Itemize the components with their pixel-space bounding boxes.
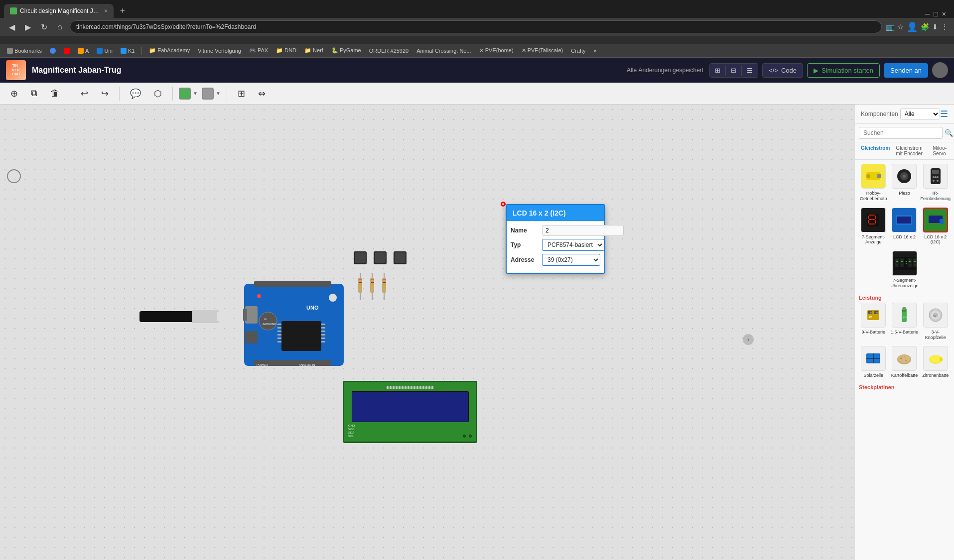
fill-dropdown-arrow[interactable]: ▼ — [193, 91, 198, 96]
schematic-view-btn[interactable]: ⊟ — [726, 64, 742, 77]
bookmark-fabacademy[interactable]: 📁 FabAcademy — [146, 46, 193, 55]
bookmark-crafty[interactable]: Crafty — [568, 47, 588, 55]
fill-color-swatch[interactable] — [179, 88, 191, 100]
bookmark-pve-tail[interactable]: ✕ PVE(Tailscale) — [519, 46, 566, 55]
tab-close-btn[interactable]: × — [104, 7, 108, 14]
reload-btn[interactable]: ↻ — [38, 21, 50, 33]
bookmark-order[interactable]: ORDER #25920 — [366, 47, 412, 55]
active-tab[interactable]: Circuit design Magnificent Jab... × — [4, 4, 114, 18]
extension-btn[interactable]: 🧩 — [921, 23, 929, 31]
profile-btn[interactable]: 👤 — [907, 21, 918, 32]
bookmark-dnd[interactable]: 📁 DND — [273, 46, 299, 55]
filter-tab-gleichstrom[interactable]: Gleichstrom — [859, 144, 892, 157]
copy-btn[interactable]: ⧉ — [26, 86, 42, 101]
home-btn[interactable]: ⌂ — [54, 21, 66, 33]
search-input[interactable] — [859, 127, 943, 139]
bookmark-btn[interactable]: ☆ — [897, 23, 904, 31]
bookmark-uni[interactable]: Uni — [94, 47, 116, 55]
svg-rect-68 — [868, 216, 869, 219]
component-solar[interactable]: Solarzelle — [859, 346, 888, 378]
stroke-dropdown-arrow[interactable]: ▼ — [216, 91, 221, 96]
component-hobby-motor[interactable]: Hobby-Getriebemoto — [859, 164, 888, 202]
bookmark-pax[interactable]: 🎮 PAX — [246, 46, 271, 55]
svg-rect-1 — [192, 310, 219, 323]
components-row-3: 7-Segment-Uhrenanzeige — [859, 251, 950, 289]
bookmark-pve-home[interactable]: ✕ PVE(home) — [476, 46, 517, 55]
info-address-select[interactable]: 39 (0x27) — [542, 254, 600, 266]
svg-rect-71 — [875, 220, 876, 224]
redo-btn[interactable]: ↪ — [97, 86, 113, 102]
code-btn[interactable]: </> Code — [762, 63, 803, 78]
component-potato[interactable]: Kartoffelbatte — [890, 346, 919, 378]
component-7seg-clock[interactable]: 7-Segment-Uhrenanzeige — [890, 251, 919, 289]
svg-point-27 — [257, 294, 261, 298]
expand-indicator[interactable]: › — [743, 334, 754, 345]
download-btn[interactable]: ⬇ — [932, 23, 938, 31]
svg-text:ARDUINO: ARDUINO — [263, 323, 276, 326]
bookmark-bookmarks[interactable]: Bookmarks — [4, 47, 45, 55]
component-lemon[interactable]: Zitronenbatte — [921, 346, 950, 378]
list-view-btn[interactable]: ☰ — [742, 64, 758, 77]
forward-btn[interactable]: ▶ — [22, 21, 34, 33]
back-btn[interactable]: ◀ — [6, 21, 18, 33]
info-name-input[interactable] — [542, 225, 624, 236]
leistung-row-2: Solarzelle — [859, 346, 950, 378]
address-bar[interactable]: tinkercad.com/things/7u3s7wDsSpx/editel?… — [70, 20, 882, 33]
minimize-btn[interactable]: ─ — [925, 10, 930, 18]
info-type-label: Typ — [511, 241, 538, 248]
component-piezo[interactable]: Piezo — [890, 164, 919, 202]
component-7seg[interactable]: 7-Segment-Anzeige — [859, 208, 888, 245]
align-btn[interactable]: ⊞ — [233, 86, 250, 102]
flip-btn[interactable]: ⇔ — [254, 86, 270, 102]
cast-btn[interactable]: 📺 — [886, 23, 894, 31]
bookmark-more[interactable]: » — [591, 47, 600, 55]
color-controls: ▼ — [179, 88, 198, 100]
app-topbar: TINKERCAD Magnificent Jaban-Trug Code Al… — [0, 58, 954, 83]
info-popup: LCD 16 x 2 (I2C) Name Typ PCF8574-basier… — [506, 204, 605, 274]
bookmark-k1[interactable]: K1 — [118, 47, 137, 55]
resistor-1-svg — [357, 273, 363, 300]
filter-tab-encoder[interactable]: Gleichstrom mit Encoder — [894, 144, 929, 157]
app-title: Magnificent Jaban-Trug — [32, 66, 621, 75]
svg-rect-8 — [245, 331, 258, 343]
component-lcd16x2[interactable]: LCD 16 x 2 — [890, 208, 919, 245]
bookmark-pygame[interactable]: 🐍 PyGame — [328, 46, 364, 55]
address-text: tinkercad.com/things/7u3s7wDsSpx/editel?… — [76, 23, 256, 30]
menu-btn[interactable]: ⋮ — [941, 23, 948, 31]
svg-rect-14 — [277, 337, 281, 339]
bookmark-amazon[interactable]: A — [75, 47, 92, 55]
svg-point-59 — [933, 176, 935, 178]
user-avatar[interactable] — [932, 62, 948, 78]
bookmark-yt[interactable] — [61, 47, 73, 55]
component-coin-cell[interactable]: 3V 3-V-Knopfzelle — [921, 303, 950, 340]
new-component-btn[interactable]: ⊕ — [6, 86, 22, 102]
panel-list-toggle[interactable]: ☰ — [940, 109, 948, 119]
arduino-svg: ∞ ARDUINO UNO POWER ANALOG IN — [229, 279, 349, 368]
bookmark-label: Bookmarks — [14, 48, 42, 54]
filter-tab-servo[interactable]: Mikro-Servo — [931, 144, 950, 157]
circuit-view-btn[interactable]: ⊞ — [710, 64, 726, 77]
send-btn[interactable]: Senden an — [884, 63, 928, 78]
bookmark-ac[interactable]: Animal Crossing: Ne... — [413, 47, 474, 55]
comment-btn[interactable]: 💬 — [126, 86, 145, 102]
shape-btn[interactable]: ⬡ — [149, 86, 166, 102]
canvas-area[interactable]: ∞ ARDUINO UNO POWER ANALOG IN — [0, 105, 854, 560]
component-lcd16x2-i2c[interactable]: LCD 16 x 2 (I2C) — [921, 208, 950, 245]
bookmark-nerf[interactable]: 📁 Nerf — [301, 46, 326, 55]
info-type-select[interactable]: PCF8574-basiert — [542, 239, 604, 251]
simulation-btn[interactable]: ▶ Simulation starten — [807, 63, 880, 78]
maximize-btn[interactable]: □ — [934, 10, 938, 18]
stroke-color-swatch[interactable] — [202, 88, 214, 100]
component-15v-battery[interactable]: 1.5V 1,5-V-Batterie — [890, 303, 919, 340]
undo-btn[interactable]: ↩ — [76, 86, 93, 102]
close-btn[interactable]: × — [942, 10, 946, 18]
7seg-label: 7-Segment-Anzeige — [859, 234, 888, 245]
filter-tabs: Gleichstrom Gleichstrom mit Encoder Mikr… — [855, 142, 954, 160]
panel-filter-select[interactable]: Alle — [900, 109, 940, 119]
component-ir-remote[interactable]: IR-Fernbedienung — [921, 164, 950, 202]
bookmark-google[interactable] — [47, 47, 59, 55]
component-9v-battery[interactable]: 9V 9-V-Batterie — [859, 303, 888, 340]
delete-btn[interactable]: 🗑 — [46, 86, 64, 101]
bookmark-vitrine[interactable]: Vitrine Verfolgung — [195, 47, 244, 55]
new-tab-btn[interactable]: + — [116, 4, 130, 18]
